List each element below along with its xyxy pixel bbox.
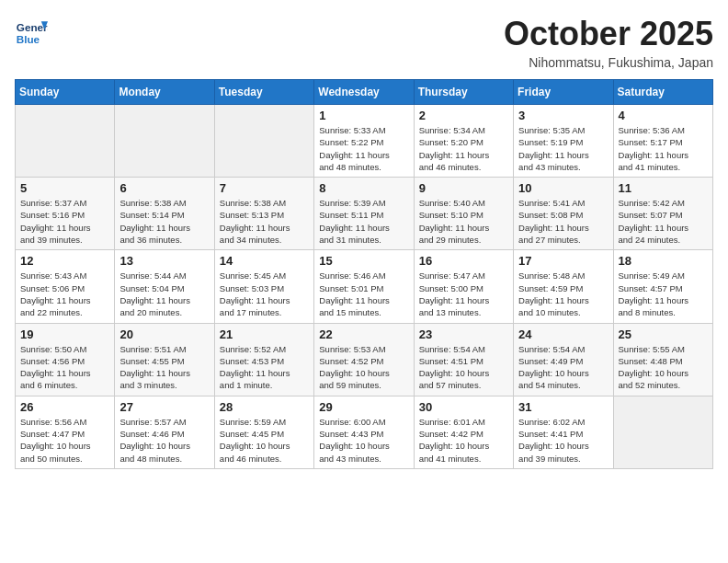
calendar-cell: 28Sunrise: 5:59 AM Sunset: 4:45 PM Dayli…	[214, 396, 313, 468]
calendar-cell: 12Sunrise: 5:43 AM Sunset: 5:06 PM Dayli…	[16, 250, 115, 323]
calendar-cell: 14Sunrise: 5:45 AM Sunset: 5:03 PM Dayli…	[214, 250, 313, 323]
day-info: Sunrise: 5:38 AM Sunset: 5:14 PM Dayligh…	[119, 197, 209, 246]
calendar-cell: 19Sunrise: 5:50 AM Sunset: 4:56 PM Dayli…	[16, 323, 115, 396]
day-info: Sunrise: 5:52 AM Sunset: 4:53 PM Dayligh…	[220, 343, 309, 392]
day-info: Sunrise: 5:54 AM Sunset: 4:49 PM Dayligh…	[518, 343, 608, 392]
day-info: Sunrise: 5:54 AM Sunset: 4:51 PM Dayligh…	[419, 343, 508, 392]
calendar-table: SundayMondayTuesdayWednesdayThursdayFrid…	[15, 79, 713, 469]
day-info: Sunrise: 5:56 AM Sunset: 4:47 PM Dayligh…	[20, 416, 109, 465]
calendar-cell	[16, 105, 115, 178]
day-number: 20	[119, 327, 209, 341]
logo: General Blue	[15, 15, 51, 48]
day-info: Sunrise: 5:39 AM Sunset: 5:11 PM Dayligh…	[319, 197, 408, 246]
calendar-cell: 6Sunrise: 5:38 AM Sunset: 5:14 PM Daylig…	[115, 178, 214, 250]
day-info: Sunrise: 5:57 AM Sunset: 4:46 PM Dayligh…	[119, 416, 209, 465]
day-info: Sunrise: 5:55 AM Sunset: 4:48 PM Dayligh…	[619, 343, 708, 392]
day-number: 3	[518, 109, 608, 122]
day-number: 17	[518, 254, 608, 268]
calendar-week-row: 19Sunrise: 5:50 AM Sunset: 4:56 PM Dayli…	[16, 323, 713, 396]
calendar-cell: 24Sunrise: 5:54 AM Sunset: 4:49 PM Dayli…	[514, 323, 613, 396]
day-info: Sunrise: 5:59 AM Sunset: 4:45 PM Dayligh…	[220, 416, 309, 465]
day-number: 8	[319, 181, 408, 195]
calendar-cell: 16Sunrise: 5:47 AM Sunset: 5:00 PM Dayli…	[414, 250, 513, 323]
calendar-cell	[613, 396, 712, 468]
calendar-cell: 26Sunrise: 5:56 AM Sunset: 4:47 PM Dayli…	[16, 396, 115, 468]
day-number: 2	[419, 109, 508, 122]
day-number: 11	[619, 181, 708, 195]
day-info: Sunrise: 6:01 AM Sunset: 4:42 PM Dayligh…	[419, 416, 508, 465]
day-info: Sunrise: 5:41 AM Sunset: 5:08 PM Dayligh…	[518, 197, 608, 246]
calendar-cell: 23Sunrise: 5:54 AM Sunset: 4:51 PM Dayli…	[414, 323, 513, 396]
calendar-cell	[115, 105, 214, 178]
calendar-week-row: 26Sunrise: 5:56 AM Sunset: 4:47 PM Dayli…	[16, 396, 713, 468]
day-number: 22	[319, 327, 408, 341]
day-number: 30	[419, 400, 508, 414]
calendar-week-row: 1Sunrise: 5:33 AM Sunset: 5:22 PM Daylig…	[16, 105, 713, 178]
calendar-cell: 15Sunrise: 5:46 AM Sunset: 5:01 PM Dayli…	[314, 250, 414, 323]
day-info: Sunrise: 5:36 AM Sunset: 5:17 PM Dayligh…	[619, 124, 708, 173]
day-number: 1	[319, 109, 408, 122]
day-info: Sunrise: 6:00 AM Sunset: 4:43 PM Dayligh…	[319, 416, 408, 465]
day-info: Sunrise: 5:33 AM Sunset: 5:22 PM Dayligh…	[319, 124, 408, 173]
day-number: 29	[319, 400, 408, 414]
day-info: Sunrise: 5:34 AM Sunset: 5:20 PM Dayligh…	[419, 124, 508, 173]
day-info: Sunrise: 5:53 AM Sunset: 4:52 PM Dayligh…	[319, 343, 408, 392]
day-of-week-header: Saturday	[613, 80, 712, 105]
day-number: 14	[220, 254, 309, 268]
day-info: Sunrise: 5:42 AM Sunset: 5:07 PM Dayligh…	[619, 197, 708, 246]
day-info: Sunrise: 5:48 AM Sunset: 4:59 PM Dayligh…	[518, 270, 608, 318]
day-info: Sunrise: 5:40 AM Sunset: 5:10 PM Dayligh…	[419, 197, 508, 246]
day-info: Sunrise: 5:46 AM Sunset: 5:01 PM Dayligh…	[319, 270, 408, 318]
day-number: 5	[20, 181, 109, 195]
location: Nihommatsu, Fukushima, Japan	[504, 55, 713, 70]
day-info: Sunrise: 5:45 AM Sunset: 5:03 PM Dayligh…	[220, 270, 309, 318]
day-info: Sunrise: 5:35 AM Sunset: 5:19 PM Dayligh…	[518, 124, 608, 173]
calendar-cell: 25Sunrise: 5:55 AM Sunset: 4:48 PM Dayli…	[613, 323, 712, 396]
day-info: Sunrise: 5:47 AM Sunset: 5:00 PM Dayligh…	[419, 270, 508, 318]
day-info: Sunrise: 5:51 AM Sunset: 4:55 PM Dayligh…	[119, 343, 209, 392]
day-info: Sunrise: 5:38 AM Sunset: 5:13 PM Dayligh…	[220, 197, 309, 246]
calendar-cell: 1Sunrise: 5:33 AM Sunset: 5:22 PM Daylig…	[314, 105, 414, 178]
day-info: Sunrise: 5:44 AM Sunset: 5:04 PM Dayligh…	[119, 270, 209, 318]
calendar-cell: 9Sunrise: 5:40 AM Sunset: 5:10 PM Daylig…	[414, 178, 513, 250]
calendar-header-row: SundayMondayTuesdayWednesdayThursdayFrid…	[16, 80, 713, 105]
day-info: Sunrise: 5:50 AM Sunset: 4:56 PM Dayligh…	[20, 343, 109, 392]
calendar-cell: 13Sunrise: 5:44 AM Sunset: 5:04 PM Dayli…	[115, 250, 214, 323]
calendar-cell: 7Sunrise: 5:38 AM Sunset: 5:13 PM Daylig…	[214, 178, 313, 250]
day-number: 28	[220, 400, 309, 414]
calendar-cell: 3Sunrise: 5:35 AM Sunset: 5:19 PM Daylig…	[514, 105, 613, 178]
day-number: 7	[220, 181, 309, 195]
day-of-week-header: Thursday	[414, 80, 513, 105]
day-number: 18	[619, 254, 708, 268]
calendar-cell: 29Sunrise: 6:00 AM Sunset: 4:43 PM Dayli…	[314, 396, 414, 468]
calendar-cell: 18Sunrise: 5:49 AM Sunset: 4:57 PM Dayli…	[613, 250, 712, 323]
calendar-cell: 10Sunrise: 5:41 AM Sunset: 5:08 PM Dayli…	[514, 178, 613, 250]
day-number: 23	[419, 327, 508, 341]
day-number: 9	[419, 181, 508, 195]
day-number: 24	[518, 327, 608, 341]
day-of-week-header: Friday	[514, 80, 613, 105]
calendar-cell: 20Sunrise: 5:51 AM Sunset: 4:55 PM Dayli…	[115, 323, 214, 396]
day-number: 31	[518, 400, 608, 414]
calendar-cell: 21Sunrise: 5:52 AM Sunset: 4:53 PM Dayli…	[214, 323, 313, 396]
title-area: October 2025 Nihommatsu, Fukushima, Japa…	[504, 15, 713, 70]
calendar-cell: 17Sunrise: 5:48 AM Sunset: 4:59 PM Dayli…	[514, 250, 613, 323]
svg-text:Blue: Blue	[17, 33, 40, 45]
day-of-week-header: Monday	[115, 80, 214, 105]
calendar-cell: 4Sunrise: 5:36 AM Sunset: 5:17 PM Daylig…	[613, 105, 712, 178]
day-info: Sunrise: 5:43 AM Sunset: 5:06 PM Dayligh…	[20, 270, 109, 318]
day-of-week-header: Tuesday	[214, 80, 313, 105]
calendar-cell: 8Sunrise: 5:39 AM Sunset: 5:11 PM Daylig…	[314, 178, 414, 250]
day-number: 10	[518, 181, 608, 195]
calendar-cell: 22Sunrise: 5:53 AM Sunset: 4:52 PM Dayli…	[314, 323, 414, 396]
day-number: 13	[119, 254, 209, 268]
calendar-week-row: 5Sunrise: 5:37 AM Sunset: 5:16 PM Daylig…	[16, 178, 713, 250]
calendar-week-row: 12Sunrise: 5:43 AM Sunset: 5:06 PM Dayli…	[16, 250, 713, 323]
day-number: 26	[20, 400, 109, 414]
calendar-cell: 30Sunrise: 6:01 AM Sunset: 4:42 PM Dayli…	[414, 396, 513, 468]
day-number: 6	[119, 181, 209, 195]
day-number: 19	[20, 327, 109, 341]
calendar-cell: 11Sunrise: 5:42 AM Sunset: 5:07 PM Dayli…	[613, 178, 712, 250]
day-number: 27	[119, 400, 209, 414]
day-info: Sunrise: 6:02 AM Sunset: 4:41 PM Dayligh…	[518, 416, 608, 465]
